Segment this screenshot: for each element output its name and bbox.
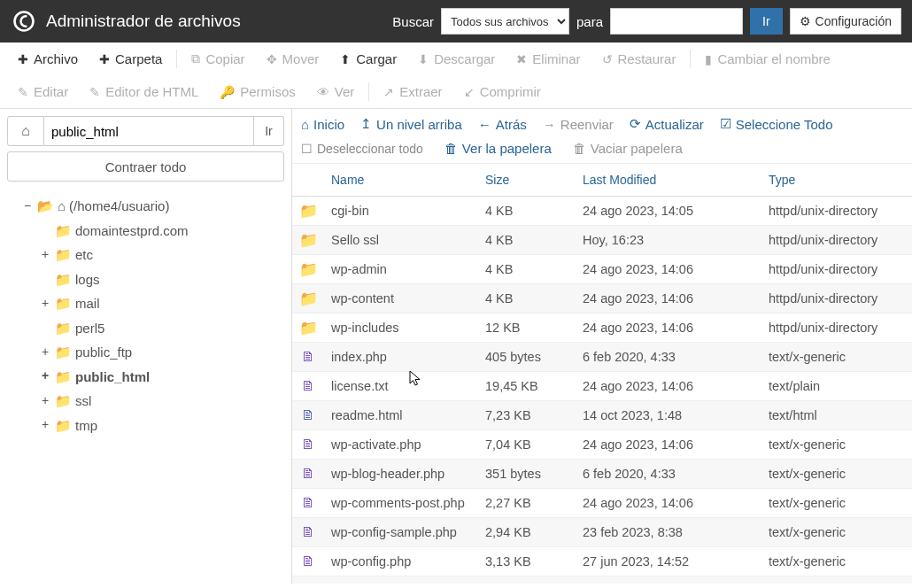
tree-item[interactable]: 📁domaintestprd.com: [7, 219, 284, 244]
copy-button[interactable]: ⧉Copiar: [181, 43, 255, 75]
cell-type: text/x-generic: [761, 430, 912, 460]
collapse-all-button[interactable]: Contraer todo: [7, 151, 284, 182]
sidebar: ⌂ Ir Contraer todo − 📂 ⌂ (/home4/usuario…: [0, 109, 292, 584]
compress-button[interactable]: ↙Comprimir: [453, 75, 552, 108]
view-trash-button[interactable]: 🗑Ver la papelera: [444, 141, 552, 156]
view-button[interactable]: 👁Ver: [306, 75, 366, 108]
cell-size: 7,23 KB: [478, 401, 576, 430]
file-table: Name Size Last Modified Type 📁cgi-bin4 K…: [292, 164, 912, 584]
table-row[interactable]: 🗎wp-config.php3,13 KB27 jun 2023, 14:52t…: [292, 547, 912, 576]
nav-forward-button[interactable]: →Reenviar: [543, 117, 614, 132]
table-row[interactable]: 📁wp-includes12 KB24 ago 2023, 14:06httpd…: [292, 313, 912, 343]
expand-icon[interactable]: +: [39, 244, 51, 266]
nav-up-button[interactable]: ↥Un nivel arriba: [360, 116, 462, 132]
expand-icon[interactable]: +: [39, 366, 51, 387]
cell-size: 4 KB: [478, 284, 576, 313]
table-row[interactable]: 🗎wp-comments-post.php2,27 KB24 ago 2023,…: [292, 489, 912, 518]
table-row[interactable]: 🗎wp-config-sample.php2,94 KB23 feb 2023,…: [292, 518, 912, 547]
col-modified[interactable]: Last Modified: [576, 164, 761, 197]
table-row[interactable]: 🗎wp-cron.php5,51 KB24 ago 2023, 14:06tex…: [292, 576, 912, 584]
rename-icon: ▮: [705, 52, 712, 66]
table-row[interactable]: 📁wp-content4 KB24 ago 2023, 14:06httpd/u…: [292, 284, 912, 313]
col-name[interactable]: Name: [324, 164, 478, 197]
path-go-button[interactable]: Ir: [254, 116, 284, 146]
col-icon[interactable]: [292, 164, 324, 197]
upload-button[interactable]: ⬆Cargar: [329, 43, 407, 75]
expand-icon[interactable]: +: [39, 391, 51, 412]
table-row[interactable]: 📁cgi-bin4 KB24 ago 2023, 14:05httpd/unix…: [292, 197, 912, 226]
expand-icon[interactable]: +: [39, 414, 51, 436]
folder-icon: 📁: [55, 292, 72, 315]
tree-item[interactable]: +📁tmp: [7, 414, 284, 438]
html-editor-button[interactable]: ✎Editor de HTML: [79, 75, 209, 108]
pencil-icon: ✎: [18, 85, 28, 99]
tree-item[interactable]: +📁etc: [7, 243, 284, 267]
table-row[interactable]: 🗎license.txt19,45 KB24 ago 2023, 14:06te…: [292, 372, 912, 401]
content-area: ⌂Inicio ↥Un nivel arriba ←Atrás →Reenvia…: [292, 109, 912, 584]
tree-item[interactable]: +📁ssl: [7, 389, 284, 414]
tree-root[interactable]: − 📂 ⌂ (/home4/usuario): [7, 194, 284, 219]
folder-tree: − 📂 ⌂ (/home4/usuario) 📁domaintestprd.co…: [7, 194, 284, 437]
edit-button[interactable]: ✎Editar: [7, 75, 79, 108]
table-row[interactable]: 🗎index.php405 bytes6 feb 2020, 4:33text/…: [292, 343, 912, 372]
search-go-button[interactable]: Ir: [750, 8, 783, 35]
permissions-button[interactable]: 🔑Permisos: [209, 75, 306, 108]
home-button[interactable]: ⌂: [7, 116, 44, 146]
cell-modified: 24 ago 2023, 14:06: [576, 313, 761, 343]
settings-label: Configuración: [815, 14, 892, 28]
cell-modified: 6 feb 2020, 4:33: [576, 460, 761, 489]
key-icon: 🔑: [220, 85, 235, 99]
tree-item-label: etc: [75, 244, 93, 267]
folder-icon: 📁: [55, 244, 72, 267]
reload-icon: ⟳: [630, 116, 641, 132]
delete-button[interactable]: ✖Eliminar: [506, 43, 591, 75]
check-icon: ☑: [720, 116, 731, 132]
deselect-all-button[interactable]: ☐Deseleccionar todo: [301, 141, 423, 156]
empty-trash-button[interactable]: 🗑Vaciar papelera: [573, 141, 683, 156]
tree-root-label: (/home4/usuario): [69, 195, 169, 218]
cell-type: text/x-generic: [761, 460, 912, 489]
rename-button[interactable]: ▮Cambiar el nombre: [694, 43, 841, 75]
select-all-button[interactable]: ☑Seleccione Todo: [720, 116, 833, 132]
table-row[interactable]: 📁wp-admin4 KB24 ago 2023, 14:06httpd/uni…: [292, 255, 912, 284]
cell-name: readme.html: [324, 401, 478, 430]
cell-name: wp-admin: [324, 255, 478, 284]
new-file-button[interactable]: ✚Archivo: [7, 43, 89, 75]
tree-item[interactable]: +📁public_ftp: [7, 340, 284, 365]
nav-back-button[interactable]: ←Atrás: [478, 117, 527, 132]
folder-icon: 📁: [55, 220, 72, 243]
table-row[interactable]: 🗎wp-activate.php7,04 KB24 ago 2023, 14:0…: [292, 430, 912, 460]
settings-button[interactable]: ⚙ Configuración: [790, 8, 901, 35]
action-bar: ⌂Inicio ↥Un nivel arriba ←Atrás →Reenvia…: [292, 109, 912, 164]
reload-button[interactable]: ⟳Actualizar: [630, 116, 704, 132]
cpanel-logo-icon: [11, 8, 37, 35]
expand-icon[interactable]: +: [39, 293, 51, 314]
move-button[interactable]: ✥Mover: [256, 43, 330, 75]
tree-item[interactable]: +📁public_html: [7, 365, 284, 390]
nav-home-button[interactable]: ⌂Inicio: [301, 117, 344, 132]
col-type[interactable]: Type: [761, 164, 912, 197]
extract-button[interactable]: ↗Extraer: [373, 75, 452, 108]
tree-item[interactable]: 📁perl5: [7, 316, 284, 341]
restore-button[interactable]: ↺Restaurar: [591, 43, 687, 75]
folder-icon: 📁: [300, 203, 316, 219]
table-row[interactable]: 📁Sello ssl4 KBHoy, 16:23httpd/unix-direc…: [292, 226, 912, 255]
unchecked-icon: ☐: [301, 142, 313, 156]
tree-item[interactable]: 📁logs: [7, 267, 284, 292]
collapse-icon[interactable]: −: [21, 196, 34, 217]
tree-item[interactable]: +📁mail: [7, 291, 284, 316]
folder-icon: 📁: [55, 366, 72, 389]
search-input[interactable]: [610, 8, 743, 35]
col-size[interactable]: Size: [478, 164, 576, 197]
cell-size: 7,04 KB: [478, 430, 576, 460]
expand-icon[interactable]: +: [39, 342, 51, 363]
table-row[interactable]: 🗎wp-blog-header.php351 bytes6 feb 2020, …: [292, 460, 912, 489]
arrow-right-icon: →: [543, 117, 556, 132]
path-input[interactable]: [44, 116, 254, 146]
file-icon: 🗎: [300, 349, 316, 365]
table-row[interactable]: 🗎readme.html7,23 KB14 oct 2023, 1:48text…: [292, 401, 912, 430]
new-folder-button[interactable]: ✚Carpeta: [89, 43, 173, 75]
html-file-icon: 🗎: [300, 407, 316, 423]
download-button[interactable]: ⬇Descargar: [407, 43, 506, 75]
search-scope-select[interactable]: Todos sus archivos: [441, 8, 569, 35]
